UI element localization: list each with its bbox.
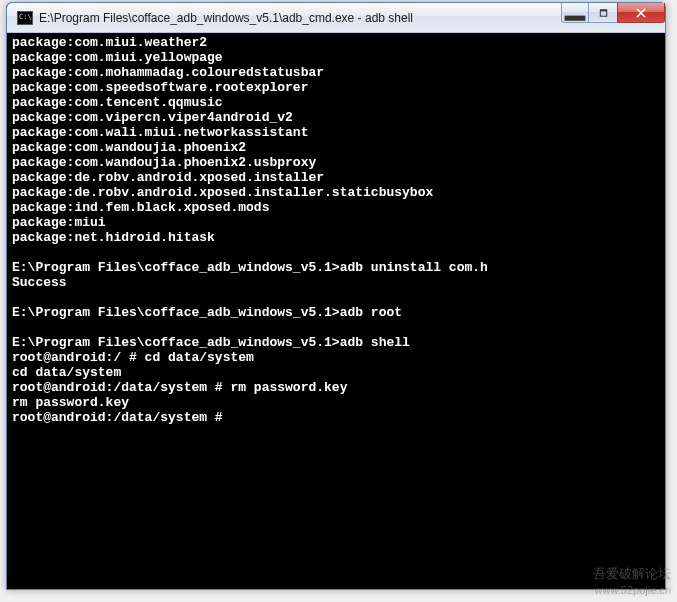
terminal-line: package:miui: [12, 215, 660, 230]
terminal-line: rm password.key: [12, 395, 660, 410]
terminal-line: package:ind.fem.black.xposed.mods: [12, 200, 660, 215]
command-prompt-window: E:\Program Files\cofface_adb_windows_v5.…: [6, 2, 666, 590]
terminal-line: package:com.mohammadag.colouredstatusbar: [12, 65, 660, 80]
cmd-icon: [17, 11, 33, 25]
terminal-output[interactable]: package:com.miui.weather2package:com.miu…: [8, 33, 664, 588]
terminal-line: package:com.miui.weather2: [12, 35, 660, 50]
terminal-line: package:com.vipercn.viper4android_v2: [12, 110, 660, 125]
minimize-icon: [562, 0, 588, 26]
terminal-line: package:net.hidroid.hitask: [12, 230, 660, 245]
terminal-line: root@android:/data/system #: [12, 410, 660, 425]
close-button[interactable]: [617, 3, 665, 23]
maximize-button[interactable]: [588, 3, 618, 23]
terminal-line: package:de.robv.android.xposed.installer: [12, 170, 660, 185]
terminal-line: package:com.wali.miui.networkassistant: [12, 125, 660, 140]
terminal-line: cd data/system: [12, 365, 660, 380]
terminal-line: [12, 245, 660, 260]
terminal-line: package:com.wandoujia.phoenix2: [12, 140, 660, 155]
terminal-line: package:com.speedsoftware.rootexplorer: [12, 80, 660, 95]
terminal-line: [12, 290, 660, 305]
terminal-line: package:com.tencent.qqmusic: [12, 95, 660, 110]
terminal-line: E:\Program Files\cofface_adb_windows_v5.…: [12, 335, 660, 350]
minimize-button[interactable]: [561, 3, 589, 23]
terminal-line: package:com.wandoujia.phoenix2.usbproxy: [12, 155, 660, 170]
terminal-line: package:de.robv.android.xposed.installer…: [12, 185, 660, 200]
window-controls: [562, 3, 665, 23]
svg-rect-2: [600, 9, 606, 11]
terminal-line: Success: [12, 275, 660, 290]
terminal-line: root@android:/ # cd data/system: [12, 350, 660, 365]
terminal-line: [12, 320, 660, 335]
terminal-line: E:\Program Files\cofface_adb_windows_v5.…: [12, 305, 660, 320]
maximize-icon: [599, 9, 608, 17]
titlebar[interactable]: E:\Program Files\cofface_adb_windows_v5.…: [7, 3, 665, 33]
terminal-line: root@android:/data/system # rm password.…: [12, 380, 660, 395]
terminal-line: package:com.miui.yellowpage: [12, 50, 660, 65]
terminal-line: E:\Program Files\cofface_adb_windows_v5.…: [12, 260, 660, 275]
close-icon: [636, 8, 646, 18]
svg-rect-0: [565, 15, 586, 20]
